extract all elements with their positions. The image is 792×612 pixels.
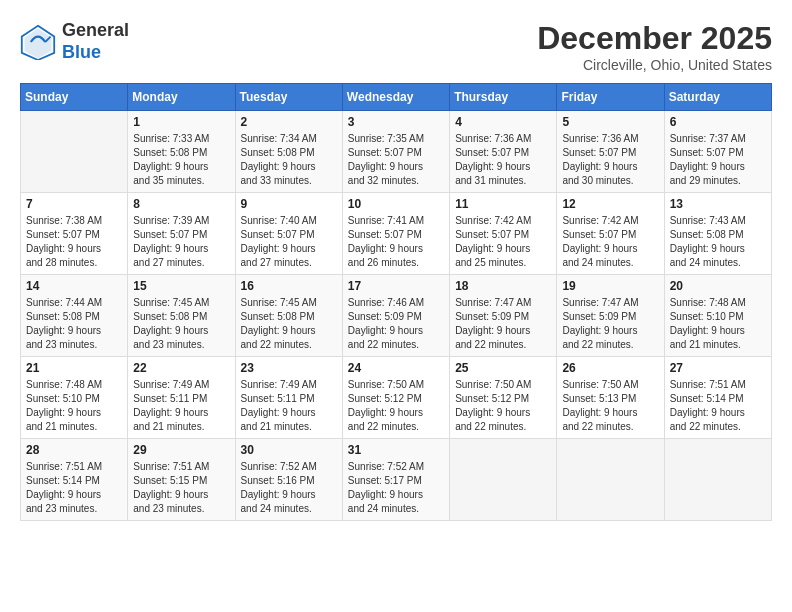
table-row: 27Sunrise: 7:51 AM Sunset: 5:14 PM Dayli… — [664, 357, 771, 439]
table-row: 1Sunrise: 7:33 AM Sunset: 5:08 PM Daylig… — [128, 111, 235, 193]
col-friday: Friday — [557, 84, 664, 111]
calendar-week-3: 14Sunrise: 7:44 AM Sunset: 5:08 PM Dayli… — [21, 275, 772, 357]
table-row: 16Sunrise: 7:45 AM Sunset: 5:08 PM Dayli… — [235, 275, 342, 357]
calendar-table: Sunday Monday Tuesday Wednesday Thursday… — [20, 83, 772, 521]
day-info: Sunrise: 7:51 AM Sunset: 5:14 PM Dayligh… — [670, 378, 766, 434]
table-row: 31Sunrise: 7:52 AM Sunset: 5:17 PM Dayli… — [342, 439, 449, 521]
table-row: 26Sunrise: 7:50 AM Sunset: 5:13 PM Dayli… — [557, 357, 664, 439]
day-info: Sunrise: 7:44 AM Sunset: 5:08 PM Dayligh… — [26, 296, 122, 352]
day-info: Sunrise: 7:40 AM Sunset: 5:07 PM Dayligh… — [241, 214, 337, 270]
day-info: Sunrise: 7:50 AM Sunset: 5:13 PM Dayligh… — [562, 378, 658, 434]
day-number: 27 — [670, 361, 766, 375]
col-wednesday: Wednesday — [342, 84, 449, 111]
table-row: 22Sunrise: 7:49 AM Sunset: 5:11 PM Dayli… — [128, 357, 235, 439]
day-info: Sunrise: 7:36 AM Sunset: 5:07 PM Dayligh… — [455, 132, 551, 188]
day-number: 26 — [562, 361, 658, 375]
day-info: Sunrise: 7:48 AM Sunset: 5:10 PM Dayligh… — [670, 296, 766, 352]
day-info: Sunrise: 7:37 AM Sunset: 5:07 PM Dayligh… — [670, 132, 766, 188]
table-row: 5Sunrise: 7:36 AM Sunset: 5:07 PM Daylig… — [557, 111, 664, 193]
table-row: 17Sunrise: 7:46 AM Sunset: 5:09 PM Dayli… — [342, 275, 449, 357]
table-row — [21, 111, 128, 193]
page-header: General Blue December 2025 Circleville, … — [20, 20, 772, 73]
day-info: Sunrise: 7:48 AM Sunset: 5:10 PM Dayligh… — [26, 378, 122, 434]
day-info: Sunrise: 7:41 AM Sunset: 5:07 PM Dayligh… — [348, 214, 444, 270]
table-row: 14Sunrise: 7:44 AM Sunset: 5:08 PM Dayli… — [21, 275, 128, 357]
table-row: 28Sunrise: 7:51 AM Sunset: 5:14 PM Dayli… — [21, 439, 128, 521]
logo: General Blue — [20, 20, 129, 63]
calendar-week-5: 28Sunrise: 7:51 AM Sunset: 5:14 PM Dayli… — [21, 439, 772, 521]
day-info: Sunrise: 7:49 AM Sunset: 5:11 PM Dayligh… — [241, 378, 337, 434]
table-row: 29Sunrise: 7:51 AM Sunset: 5:15 PM Dayli… — [128, 439, 235, 521]
day-info: Sunrise: 7:47 AM Sunset: 5:09 PM Dayligh… — [455, 296, 551, 352]
table-row: 4Sunrise: 7:36 AM Sunset: 5:07 PM Daylig… — [450, 111, 557, 193]
table-row: 11Sunrise: 7:42 AM Sunset: 5:07 PM Dayli… — [450, 193, 557, 275]
day-number: 11 — [455, 197, 551, 211]
title-block: December 2025 Circleville, Ohio, United … — [537, 20, 772, 73]
table-row: 19Sunrise: 7:47 AM Sunset: 5:09 PM Dayli… — [557, 275, 664, 357]
day-number: 6 — [670, 115, 766, 129]
calendar-week-1: 1Sunrise: 7:33 AM Sunset: 5:08 PM Daylig… — [21, 111, 772, 193]
day-info: Sunrise: 7:46 AM Sunset: 5:09 PM Dayligh… — [348, 296, 444, 352]
table-row: 7Sunrise: 7:38 AM Sunset: 5:07 PM Daylig… — [21, 193, 128, 275]
day-info: Sunrise: 7:39 AM Sunset: 5:07 PM Dayligh… — [133, 214, 229, 270]
table-row: 9Sunrise: 7:40 AM Sunset: 5:07 PM Daylig… — [235, 193, 342, 275]
day-number: 20 — [670, 279, 766, 293]
table-row: 10Sunrise: 7:41 AM Sunset: 5:07 PM Dayli… — [342, 193, 449, 275]
day-info: Sunrise: 7:42 AM Sunset: 5:07 PM Dayligh… — [455, 214, 551, 270]
col-saturday: Saturday — [664, 84, 771, 111]
table-row — [557, 439, 664, 521]
col-monday: Monday — [128, 84, 235, 111]
table-row: 30Sunrise: 7:52 AM Sunset: 5:16 PM Dayli… — [235, 439, 342, 521]
day-info: Sunrise: 7:34 AM Sunset: 5:08 PM Dayligh… — [241, 132, 337, 188]
day-number: 28 — [26, 443, 122, 457]
table-row: 3Sunrise: 7:35 AM Sunset: 5:07 PM Daylig… — [342, 111, 449, 193]
table-row: 18Sunrise: 7:47 AM Sunset: 5:09 PM Dayli… — [450, 275, 557, 357]
table-row: 23Sunrise: 7:49 AM Sunset: 5:11 PM Dayli… — [235, 357, 342, 439]
day-info: Sunrise: 7:50 AM Sunset: 5:12 PM Dayligh… — [348, 378, 444, 434]
col-thursday: Thursday — [450, 84, 557, 111]
day-number: 9 — [241, 197, 337, 211]
day-number: 13 — [670, 197, 766, 211]
day-number: 5 — [562, 115, 658, 129]
day-info: Sunrise: 7:49 AM Sunset: 5:11 PM Dayligh… — [133, 378, 229, 434]
table-row: 25Sunrise: 7:50 AM Sunset: 5:12 PM Dayli… — [450, 357, 557, 439]
day-number: 23 — [241, 361, 337, 375]
table-row: 2Sunrise: 7:34 AM Sunset: 5:08 PM Daylig… — [235, 111, 342, 193]
day-info: Sunrise: 7:45 AM Sunset: 5:08 PM Dayligh… — [133, 296, 229, 352]
day-number: 17 — [348, 279, 444, 293]
day-number: 2 — [241, 115, 337, 129]
table-row: 20Sunrise: 7:48 AM Sunset: 5:10 PM Dayli… — [664, 275, 771, 357]
day-number: 18 — [455, 279, 551, 293]
calendar-header: Sunday Monday Tuesday Wednesday Thursday… — [21, 84, 772, 111]
logo-text: General Blue — [62, 20, 129, 63]
day-number: 10 — [348, 197, 444, 211]
table-row: 15Sunrise: 7:45 AM Sunset: 5:08 PM Dayli… — [128, 275, 235, 357]
day-info: Sunrise: 7:33 AM Sunset: 5:08 PM Dayligh… — [133, 132, 229, 188]
day-info: Sunrise: 7:52 AM Sunset: 5:16 PM Dayligh… — [241, 460, 337, 516]
table-row: 6Sunrise: 7:37 AM Sunset: 5:07 PM Daylig… — [664, 111, 771, 193]
day-number: 8 — [133, 197, 229, 211]
day-number: 14 — [26, 279, 122, 293]
day-number: 4 — [455, 115, 551, 129]
table-row: 12Sunrise: 7:42 AM Sunset: 5:07 PM Dayli… — [557, 193, 664, 275]
day-number: 29 — [133, 443, 229, 457]
day-number: 31 — [348, 443, 444, 457]
day-number: 3 — [348, 115, 444, 129]
day-number: 7 — [26, 197, 122, 211]
day-number: 30 — [241, 443, 337, 457]
calendar-week-2: 7Sunrise: 7:38 AM Sunset: 5:07 PM Daylig… — [21, 193, 772, 275]
table-row: 8Sunrise: 7:39 AM Sunset: 5:07 PM Daylig… — [128, 193, 235, 275]
day-info: Sunrise: 7:42 AM Sunset: 5:07 PM Dayligh… — [562, 214, 658, 270]
day-number: 19 — [562, 279, 658, 293]
col-sunday: Sunday — [21, 84, 128, 111]
day-number: 15 — [133, 279, 229, 293]
day-info: Sunrise: 7:51 AM Sunset: 5:15 PM Dayligh… — [133, 460, 229, 516]
day-info: Sunrise: 7:43 AM Sunset: 5:08 PM Dayligh… — [670, 214, 766, 270]
calendar-week-4: 21Sunrise: 7:48 AM Sunset: 5:10 PM Dayli… — [21, 357, 772, 439]
day-number: 24 — [348, 361, 444, 375]
table-row: 21Sunrise: 7:48 AM Sunset: 5:10 PM Dayli… — [21, 357, 128, 439]
day-number: 16 — [241, 279, 337, 293]
day-number: 25 — [455, 361, 551, 375]
logo-general: General — [62, 20, 129, 40]
month-title: December 2025 — [537, 20, 772, 57]
